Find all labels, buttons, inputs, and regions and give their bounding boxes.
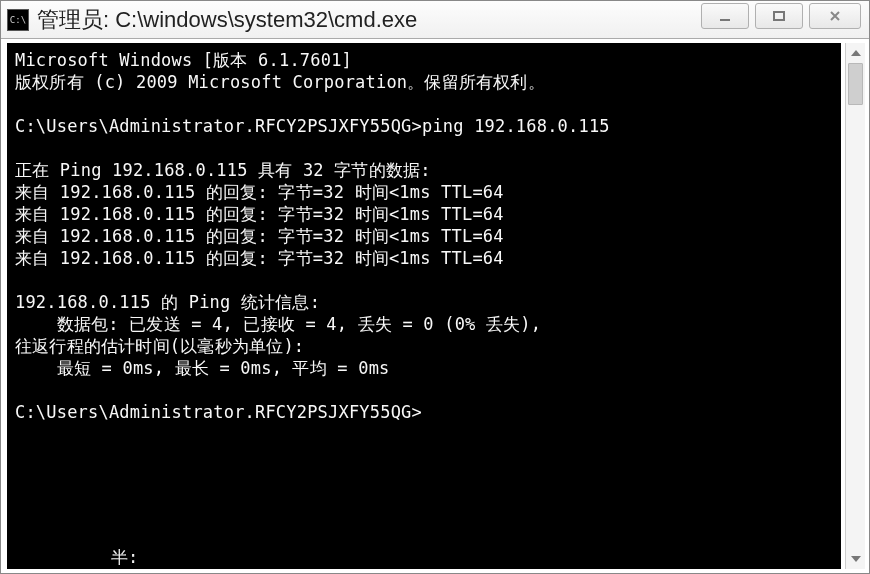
svg-rect-1 [774, 12, 784, 20]
maximize-button[interactable] [755, 3, 803, 29]
svg-rect-0 [720, 19, 730, 21]
app-icon: C:\ [7, 9, 29, 31]
stray-text: 半: [111, 546, 138, 569]
scrollbar[interactable] [845, 43, 865, 569]
scrollbar-thumb[interactable] [848, 63, 863, 105]
close-icon [828, 9, 842, 23]
minimize-icon [718, 9, 732, 23]
maximize-icon [772, 9, 786, 23]
scrollbar-track[interactable] [846, 63, 865, 549]
scroll-up-button[interactable] [846, 43, 865, 63]
chevron-down-icon [851, 556, 861, 562]
close-button[interactable] [809, 3, 861, 29]
terminal-output[interactable]: Microsoft Windows [版本 6.1.7601] 版权所有 (c)… [7, 43, 841, 569]
scroll-down-button[interactable] [846, 549, 865, 569]
terminal-container: Microsoft Windows [版本 6.1.7601] 版权所有 (c)… [1, 39, 869, 573]
titlebar[interactable]: C:\ 管理员: C:\windows\system32\cmd.exe [1, 1, 869, 39]
window-title: 管理员: C:\windows\system32\cmd.exe [37, 5, 701, 35]
chevron-up-icon [851, 50, 861, 56]
window-controls [701, 1, 869, 38]
minimize-button[interactable] [701, 3, 749, 29]
